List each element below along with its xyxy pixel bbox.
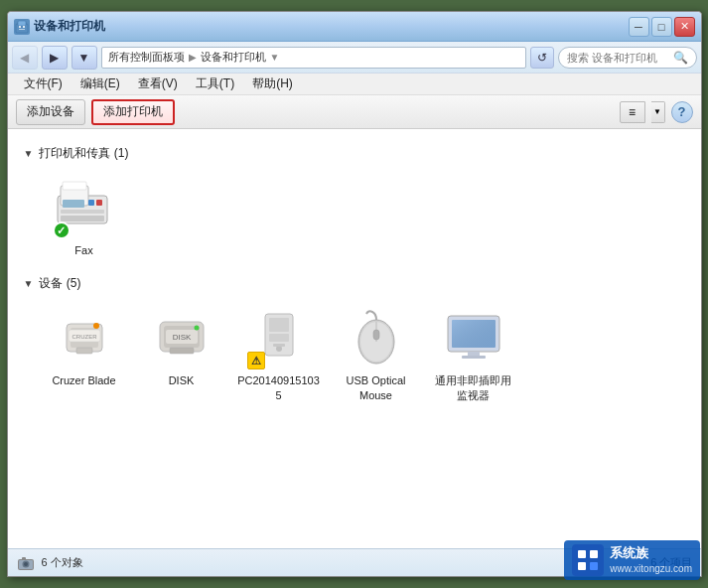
monitor-label: 通用非即插即用监视器 [435,373,511,402]
breadcrumb-bar[interactable]: 所有控制面板项 ▶ 设备和打印机 ▼ [101,47,526,69]
svg-rect-33 [373,330,379,340]
view-mode-button[interactable]: ≡ [620,101,645,123]
disk-device[interactable]: DISK DISK [137,300,226,408]
svg-rect-15 [76,348,92,354]
fax-status-check: ✓ [53,221,71,239]
watermark: 系统族 www.xitongzu.com [564,540,700,580]
svg-rect-46 [578,562,586,570]
usb-mouse-device[interactable]: USB OpticalMouse [332,300,421,408]
main-window: 设备和打印机 ─ □ ✕ ◀ ▶ ▼ 所有控制面板项 ▶ 设备和打印机 ▼ ↺ … [7,11,702,577]
watermark-logo [572,544,604,576]
search-input[interactable] [567,52,669,64]
svg-rect-9 [88,200,94,206]
svg-rect-29 [273,344,285,347]
svg-rect-10 [96,200,102,206]
svg-rect-38 [462,356,486,359]
title-bar: 设备和打印机 ─ □ ✕ [8,12,701,42]
svg-rect-8 [63,200,84,208]
breadcrumb-prefix: 所有控制面板项 [108,50,185,65]
svg-rect-11 [61,210,104,214]
usb-mouse-icon [345,306,408,369]
menu-edit[interactable]: 编辑(E) [72,74,128,94]
fax-device[interactable]: ✓ Fax [40,170,129,263]
cruzer-blade-device[interactable]: CRUZER Cruzer Blade [40,300,129,408]
view-dropdown-button[interactable]: ▼ [651,101,665,123]
svg-point-42 [24,562,28,566]
svg-rect-1 [18,21,26,26]
printers-section-header[interactable]: ▼ 打印机和传真 (1) [24,145,685,162]
breadcrumb-arrow: ▶ [189,52,197,63]
svg-rect-37 [468,352,480,356]
svg-point-18 [93,323,99,329]
svg-rect-45 [578,550,586,558]
svg-rect-7 [63,182,86,190]
pc-warning-badge: ⚠ [247,352,265,369]
breadcrumb-current: 设备和打印机 [201,50,266,65]
devices-collapse-icon: ▼ [24,278,34,289]
forward-button[interactable]: ▶ [42,46,68,70]
svg-rect-44 [574,546,602,574]
fax-icon: ✓ [53,176,116,239]
address-bar: ◀ ▶ ▼ 所有控制面板项 ▶ 设备和打印机 ▼ ↺ 🔍 [8,42,701,74]
svg-rect-48 [590,562,598,570]
toolbar: 添加设备 添加打印机 ≡ ▼ ? [8,95,701,129]
window-title: 设备和打印机 [34,18,105,35]
svg-rect-3 [23,26,25,28]
svg-point-24 [194,326,199,331]
add-device-button[interactable]: 添加设备 [16,99,85,125]
restore-button[interactable]: □ [651,17,672,37]
pc-device[interactable]: ⚠ PC201409151035 [234,300,324,408]
add-printer-button[interactable]: 添加打印机 [91,99,175,125]
status-icon [16,553,36,573]
svg-rect-27 [269,334,289,342]
pc-label: PC201409151035 [237,373,320,402]
monitor-icon [442,306,505,369]
svg-rect-21 [170,348,194,354]
cruzer-blade-icon: CRUZER [53,306,116,369]
devices-section-header[interactable]: ▼ 设备 (5) [24,275,685,292]
menu-file[interactable]: 文件(F) [16,74,71,94]
watermark-text: 系统族 www.xitongzu.com [610,544,692,576]
svg-text:CRUZER: CRUZER [71,334,97,340]
search-bar[interactable]: 🔍 [558,47,697,69]
title-bar-left: 设备和打印机 [14,18,105,35]
menu-tools[interactable]: 工具(T) [188,74,242,94]
printers-section-title: 打印机和传真 (1) [39,145,128,162]
search-icon: 🔍 [673,51,688,65]
printers-collapse-icon: ▼ [24,148,34,159]
fax-label: Fax [74,243,92,257]
devices-section-title: 设备 (5) [39,275,80,292]
status-count: 6 个对象 [42,555,83,570]
cruzer-blade-label: Cruzer Blade [52,373,115,387]
help-button[interactable]: ? [671,101,693,123]
disk-label: DISK [169,373,195,387]
menu-view[interactable]: 查看(V) [130,74,186,94]
svg-rect-26 [269,318,289,332]
svg-rect-4 [19,29,25,30]
refresh-button[interactable]: ↺ [530,47,554,69]
menu-bar: 文件(F) 编辑(E) 查看(V) 工具(T) 帮助(H) [8,74,701,95]
svg-rect-47 [590,550,598,558]
dropdown-button[interactable]: ▼ [71,46,97,70]
monitor-device[interactable]: 通用非即插即用监视器 [429,300,518,408]
devices-grid: CRUZER Cruzer Blade [40,300,685,408]
svg-rect-2 [19,26,21,28]
breadcrumb-dropdown-icon: ▼ [270,52,280,63]
menu-help[interactable]: 帮助(H) [244,74,301,94]
svg-text:DISK: DISK [172,333,191,342]
svg-rect-36 [452,320,496,348]
svg-rect-43 [22,557,26,560]
back-button[interactable]: ◀ [12,46,38,70]
usb-mouse-label: USB OpticalMouse [347,373,406,402]
close-button[interactable]: ✕ [674,17,695,37]
printers-grid: ✓ Fax [40,170,685,263]
title-controls: ─ □ ✕ [629,17,695,37]
main-content: ▼ 打印机和传真 (1) [8,129,701,548]
pc-icon: ⚠ [247,306,311,369]
minimize-button[interactable]: ─ [629,17,649,37]
svg-rect-12 [61,216,104,221]
window-icon [14,19,30,35]
disk-icon: DISK [150,306,213,369]
